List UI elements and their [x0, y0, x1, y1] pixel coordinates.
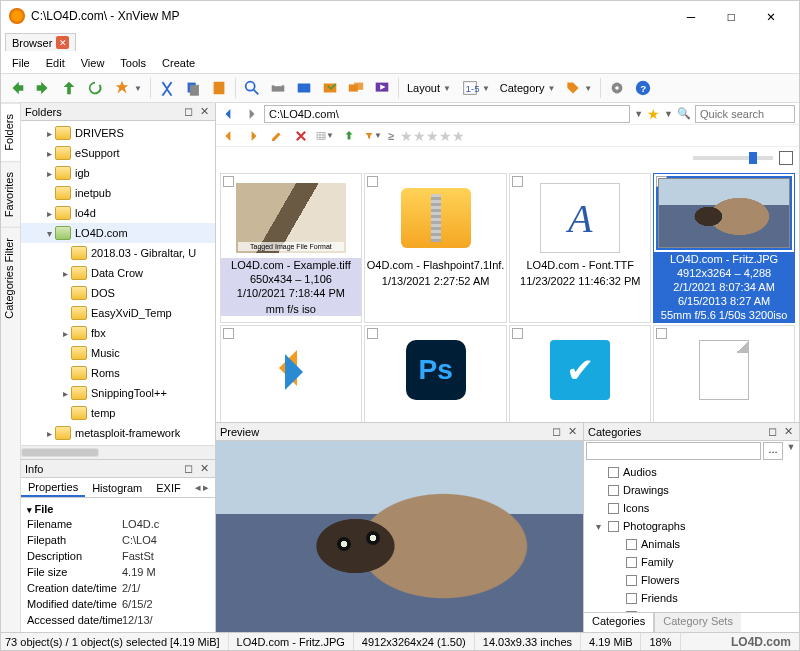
category-checkbox[interactable] — [608, 467, 619, 478]
categories-search-input[interactable] — [586, 442, 761, 460]
sidetab-favorites[interactable]: Favorites — [1, 161, 20, 227]
search-button[interactable] — [240, 76, 264, 100]
thumb-size-slider[interactable] — [693, 156, 773, 160]
nav-prev-file-button[interactable] — [220, 127, 238, 145]
folders-undock-icon[interactable]: ◻ — [181, 105, 195, 118]
tree-node[interactable]: ▸lo4d — [21, 203, 215, 223]
print-button[interactable] — [266, 76, 290, 100]
category-item[interactable]: Icons — [588, 499, 795, 517]
view-mode-button[interactable]: ▼ — [316, 127, 334, 145]
category-checkbox[interactable] — [626, 575, 637, 586]
category-sets-tab[interactable]: Category Sets — [654, 613, 741, 632]
category-checkbox[interactable] — [608, 485, 619, 496]
tree-twisty-icon[interactable]: ▸ — [43, 168, 55, 179]
info-tabs-scroll-arrows[interactable]: ◂▸ — [191, 481, 215, 494]
category-item[interactable]: Animals — [588, 535, 795, 553]
tree-node[interactable]: Music — [21, 343, 215, 363]
category-twisty-icon[interactable]: ▾ — [592, 521, 604, 532]
tree-twisty-icon[interactable]: ▸ — [59, 388, 71, 399]
thumbnail-item[interactable]: O4D.com - Flashpoint7.1Inf.1/13/2021 2:2… — [364, 173, 508, 323]
category-checkbox[interactable] — [608, 521, 619, 532]
nav-next-file-button[interactable] — [244, 127, 262, 145]
window-minimize-button[interactable]: — — [671, 2, 711, 30]
up-button[interactable] — [57, 76, 81, 100]
categories-close-icon[interactable]: ✕ — [781, 425, 795, 438]
tree-node[interactable]: ▸DRIVERS — [21, 123, 215, 143]
back-button[interactable] — [5, 76, 29, 100]
paste-button[interactable] — [207, 76, 231, 100]
thumbnail-item[interactable]: Ps — [364, 325, 508, 422]
tree-node[interactable]: ▸fbx — [21, 323, 215, 343]
thumbnail-item[interactable]: ALO4D.com - Font.TTF11/23/2022 11:46:32 … — [509, 173, 651, 323]
filter-button[interactable]: ▼ — [364, 127, 382, 145]
thumb-checkbox[interactable] — [512, 328, 523, 339]
thumb-checkbox[interactable] — [223, 176, 234, 187]
thumb-view-toggle[interactable] — [779, 151, 793, 165]
favorite-caret-icon[interactable]: ▼ — [664, 109, 673, 119]
tree-twisty-icon[interactable]: ▸ — [43, 148, 55, 159]
tag-dropdown[interactable]: ▼ — [561, 76, 596, 100]
tab-close-icon[interactable]: ✕ — [56, 36, 69, 49]
category-item[interactable]: Audios — [588, 463, 795, 481]
category-item[interactable]: Friends — [588, 589, 795, 607]
folders-hscrollbar[interactable] — [21, 445, 215, 459]
forward-button[interactable] — [31, 76, 55, 100]
tree-node[interactable]: Roms — [21, 363, 215, 383]
quick-search-input[interactable] — [695, 105, 795, 123]
thumbnail-grid[interactable]: LO4D.com - Example.tiff650x434 – 1,1061/… — [216, 169, 799, 422]
info-undock-icon[interactable]: ◻ — [181, 462, 195, 475]
addr-forward-button[interactable] — [242, 105, 260, 123]
thumb-checkbox[interactable] — [656, 328, 667, 339]
tree-node[interactable]: 2018.03 - Gibraltar, U — [21, 243, 215, 263]
window-maximize-button[interactable]: ☐ — [711, 2, 751, 30]
tree-twisty-icon[interactable]: ▸ — [43, 128, 55, 139]
sidetab-categories-filter[interactable]: Categories Filter — [1, 227, 20, 329]
preview-close-icon[interactable]: ✕ — [565, 425, 579, 438]
star-1-icon[interactable]: ★ — [400, 128, 413, 144]
category-item[interactable]: Drawings — [588, 481, 795, 499]
preview-undock-icon[interactable]: ◻ — [549, 425, 563, 438]
thumb-checkbox[interactable] — [367, 176, 378, 187]
refresh-button[interactable] — [83, 76, 107, 100]
delete-button[interactable] — [292, 127, 310, 145]
tree-node[interactable]: EasyXviD_Temp — [21, 303, 215, 323]
batch-button[interactable] — [344, 76, 368, 100]
category-checkbox[interactable] — [608, 503, 619, 514]
categories-more-button[interactable]: ... — [763, 442, 783, 460]
tree-node[interactable]: ▸SnippingTool++ — [21, 383, 215, 403]
thumb-checkbox[interactable] — [223, 328, 234, 339]
tree-node[interactable]: ▸Data Crow — [21, 263, 215, 283]
star-4-icon[interactable]: ★ — [439, 128, 452, 144]
tree-twisty-icon[interactable]: ▾ — [43, 228, 55, 239]
tree-twisty-icon[interactable]: ▸ — [43, 208, 55, 219]
category-checkbox[interactable] — [626, 557, 637, 568]
category-item[interactable]: ▾Photographs — [588, 517, 795, 535]
addr-history-caret[interactable]: ▼ — [634, 109, 643, 119]
info-close-icon[interactable]: ✕ — [197, 462, 211, 475]
thumbnail-item[interactable]: LO4D.com - Example.tiff650x434 – 1,1061/… — [220, 173, 362, 323]
folder-tree[interactable]: ▸DRIVERS▸eSupport▸igbinetpub▸lo4d▾LO4D.c… — [21, 121, 215, 445]
window-close-button[interactable]: ✕ — [751, 2, 791, 30]
star-5-icon[interactable]: ★ — [452, 128, 465, 144]
thumb-checkbox[interactable] — [512, 176, 523, 187]
preview-image[interactable] — [216, 441, 583, 632]
menu-view[interactable]: View — [74, 55, 112, 71]
categories-undock-icon[interactable]: ◻ — [765, 425, 779, 438]
settings-button[interactable] — [605, 76, 629, 100]
category-item[interactable]: Flowers — [588, 571, 795, 589]
categories-list[interactable]: AudiosDrawingsIcons▾PhotographsAnimalsFa… — [584, 461, 799, 612]
tree-node[interactable]: ▸igb — [21, 163, 215, 183]
sidetab-folders[interactable]: Folders — [1, 103, 20, 161]
info-group-header[interactable]: File — [27, 503, 209, 515]
slideshow-button[interactable] — [370, 76, 394, 100]
category-dropdown[interactable]: Category▼ — [496, 76, 560, 100]
copy-button[interactable] — [181, 76, 205, 100]
tree-node[interactable]: ▸eSupport — [21, 143, 215, 163]
menu-edit[interactable]: Edit — [39, 55, 72, 71]
info-tab-histogram[interactable]: Histogram — [85, 480, 149, 496]
tree-node[interactable]: inetpub — [21, 183, 215, 203]
thumbnail-item[interactable]: ✔ — [509, 325, 651, 422]
convert-button[interactable] — [318, 76, 342, 100]
cut-button[interactable] — [155, 76, 179, 100]
rename-button[interactable] — [268, 127, 286, 145]
